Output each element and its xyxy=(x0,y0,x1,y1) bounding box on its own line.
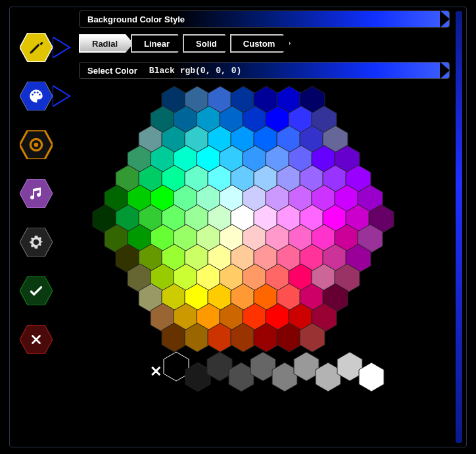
eye-icon xyxy=(20,130,53,159)
tab-solid[interactable]: Solid xyxy=(183,34,233,53)
svg-marker-140 xyxy=(277,323,302,352)
pencil-icon xyxy=(20,33,53,62)
tool-eye[interactable] xyxy=(20,130,53,159)
section-header-style: Background Color Style xyxy=(79,11,450,28)
main-area: Background Color Style RadialLinearSolid… xyxy=(79,11,450,404)
tab-linear[interactable]: Linear xyxy=(131,34,185,53)
svg-point-10 xyxy=(34,143,39,147)
greyscale-row: ✕ xyxy=(150,351,450,404)
tool-confirm[interactable] xyxy=(20,276,53,305)
color-swatch[interactable] xyxy=(184,322,210,353)
svg-point-6 xyxy=(37,91,39,93)
svg-point-4 xyxy=(32,93,34,95)
palette-icon xyxy=(20,82,53,111)
color-swatch[interactable] xyxy=(207,322,233,353)
tab-custom[interactable]: Custom xyxy=(230,34,291,53)
gear-icon xyxy=(20,228,53,257)
tool-cancel[interactable] xyxy=(20,325,53,354)
tool-palette[interactable] xyxy=(20,82,53,111)
tab-radial[interactable]: Radial xyxy=(79,34,133,53)
svg-marker-141 xyxy=(300,323,325,352)
svg-point-5 xyxy=(34,91,36,93)
svg-marker-151 xyxy=(359,363,384,391)
svg-point-7 xyxy=(39,93,41,95)
svg-marker-1 xyxy=(53,37,70,58)
selected-marker-icon: ✕ xyxy=(150,363,162,380)
select-color-label: Select Color xyxy=(87,66,137,76)
sidebar xyxy=(20,33,53,354)
select-color-value: Black rgb(0, 0, 0) xyxy=(149,66,241,76)
section-header-label: Background Color Style xyxy=(87,14,185,24)
section-header-select: Select Color Black rgb(0, 0, 0) xyxy=(79,62,450,79)
check-icon xyxy=(20,276,53,305)
color-swatch[interactable] xyxy=(161,322,187,353)
color-swatch[interactable] xyxy=(299,322,325,353)
color-swatch[interactable] xyxy=(276,322,302,353)
greyscale-swatch[interactable] xyxy=(358,362,385,392)
tool-settings[interactable] xyxy=(20,228,53,257)
tool-pencil[interactable] xyxy=(20,33,53,62)
color-swatch[interactable] xyxy=(230,322,256,353)
svg-marker-136 xyxy=(185,323,210,352)
svg-marker-137 xyxy=(208,323,233,352)
tool-music[interactable] xyxy=(20,179,53,208)
svg-marker-139 xyxy=(254,323,279,352)
music-icon xyxy=(20,179,53,208)
svg-marker-3 xyxy=(53,86,70,107)
color-honeycomb xyxy=(85,86,427,349)
svg-marker-138 xyxy=(231,323,256,352)
svg-marker-135 xyxy=(162,323,187,352)
color-swatch[interactable] xyxy=(253,322,279,353)
close-icon xyxy=(20,325,53,354)
style-tabs: RadialLinearSolidCustom xyxy=(79,34,450,53)
